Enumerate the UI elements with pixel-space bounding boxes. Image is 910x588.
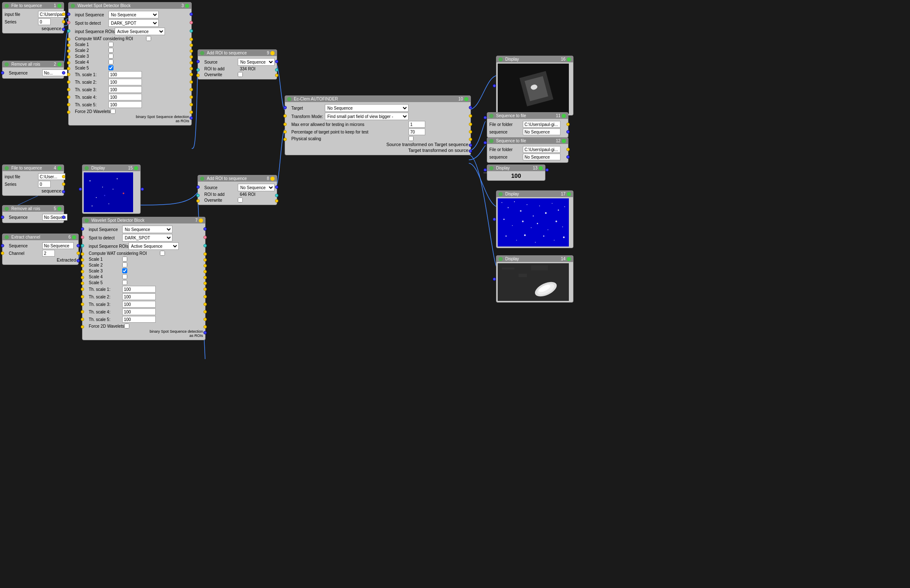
spot-label-3: Spot to detect xyxy=(75,21,108,26)
play-icon-1[interactable] xyxy=(5,4,9,8)
display-17-body xyxy=(496,197,573,248)
source-select-8[interactable]: No Sequence xyxy=(238,184,275,191)
th4-field-3[interactable] xyxy=(108,94,142,100)
seq-to-file-12-body: File or folder sequence xyxy=(487,144,568,162)
transform-row-10: Transform Mode: Find small part field of… xyxy=(287,113,468,120)
play-icon-3[interactable] xyxy=(71,4,75,8)
seq-field-11[interactable] xyxy=(523,128,560,135)
th5-field-7[interactable] xyxy=(122,316,156,323)
th5-field-3[interactable] xyxy=(108,101,142,108)
seq-in-connector-2 xyxy=(1,71,4,74)
seq-field-6[interactable] xyxy=(42,242,74,249)
play-icon-4[interactable] xyxy=(5,166,9,170)
spot-select-7[interactable]: DARK_SPOT xyxy=(122,234,172,241)
scale4-check-3[interactable] xyxy=(108,59,113,64)
scale3-row-3: Scale 3 xyxy=(71,54,189,59)
th4-field-7[interactable] xyxy=(122,308,156,315)
block-num-8: 8 xyxy=(267,176,269,181)
physical-check-10[interactable] xyxy=(409,136,414,141)
force2d-check-7[interactable] xyxy=(124,324,129,329)
file-to-seq-4-title: File to sequence xyxy=(11,166,42,170)
file-folder-field-11[interactable] xyxy=(523,121,560,128)
play-icon-11[interactable] xyxy=(489,114,494,118)
wavelet-7-body: input Sequence No Sequence Spot to detec… xyxy=(82,223,205,340)
th2-field-7[interactable] xyxy=(122,293,156,300)
channel-row-6: Channel xyxy=(5,250,76,257)
overwrite-check-9[interactable] xyxy=(238,72,243,77)
scale5-check-3[interactable] xyxy=(108,65,113,70)
source-select-9[interactable]: No Sequence xyxy=(238,58,275,66)
seq-row-11: sequence xyxy=(489,128,566,135)
scale3-check-3[interactable] xyxy=(108,54,113,59)
play-icon-7[interactable] xyxy=(85,218,89,223)
play-icon-6[interactable] xyxy=(5,235,9,239)
play-icon-2[interactable] xyxy=(5,62,9,67)
th2-row-3: Th. scale 2: xyxy=(71,79,189,85)
file-to-seq-4-body: input file Series sequence xyxy=(3,171,64,195)
play-icon-13[interactable] xyxy=(489,166,494,170)
play-icon-16[interactable] xyxy=(499,57,503,62)
maxerror-field-10[interactable] xyxy=(409,121,425,128)
file-to-seq-4-block: File to sequence 4 input file Series seq… xyxy=(2,164,64,196)
th1-field-3[interactable] xyxy=(108,71,142,78)
play-icon-10[interactable] xyxy=(287,97,291,101)
svg-point-29 xyxy=(531,227,532,228)
file-folder-field-12[interactable] xyxy=(523,146,560,153)
play-icon-9[interactable] xyxy=(200,51,204,55)
th3-field-7[interactable] xyxy=(122,301,156,308)
th3-field-3[interactable] xyxy=(108,86,142,93)
seq-label-11: sequence xyxy=(489,130,523,134)
series-field-4[interactable] xyxy=(38,181,51,187)
scale2-conn-3 xyxy=(67,49,70,53)
status-dot-12 xyxy=(562,139,566,143)
scale4-out-conn-3 xyxy=(190,61,193,64)
input-file-field-4[interactable] xyxy=(38,173,65,180)
binary-spot-row-3: binary Spot Sequence detection as ROIs xyxy=(71,115,189,123)
th2-field-3[interactable] xyxy=(108,79,142,85)
scale5-check-7[interactable] xyxy=(122,280,127,285)
target-select-10[interactable]: No Sequence xyxy=(325,104,409,112)
wavelet-3-header: Wavelet Spot Detector Block 3 xyxy=(69,3,191,9)
input-file-label-4: input file xyxy=(5,175,38,179)
svg-point-21 xyxy=(539,205,540,206)
wat-check-7[interactable] xyxy=(160,251,165,256)
scale2-check-3[interactable] xyxy=(108,48,113,53)
play-icon-14[interactable] xyxy=(499,257,503,261)
input-file-field[interactable] xyxy=(38,11,65,18)
input-seq-select-7[interactable]: No Sequence xyxy=(122,226,172,233)
svg-point-15 xyxy=(501,202,502,203)
spot-select-3[interactable]: DARK_SPOT xyxy=(108,19,159,27)
roi-add-conn-9 xyxy=(196,68,200,72)
pct-field-10[interactable] xyxy=(409,128,425,135)
series-field[interactable] xyxy=(38,18,51,25)
scale4-check-7[interactable] xyxy=(122,274,127,279)
scale1-check-3[interactable] xyxy=(108,42,113,47)
play-icon-15[interactable] xyxy=(85,166,89,170)
source-out-conn-9 xyxy=(275,60,278,63)
svg-point-23 xyxy=(552,203,553,204)
wat-check-3[interactable] xyxy=(146,36,151,41)
scale2-check-7[interactable] xyxy=(122,262,127,267)
transform-select-10[interactable]: Find small part field of view bigger - xyxy=(325,113,409,120)
maxerror-row-10: Max error allowed for testing in microns xyxy=(287,121,468,128)
input-seq-select-3[interactable]: No Sequence xyxy=(108,11,159,18)
roi-select-7[interactable]: Active Sequence xyxy=(129,242,179,250)
input-seq-out-conn-7 xyxy=(203,227,207,231)
play-icon-8[interactable] xyxy=(200,177,204,181)
overwrite-check-8[interactable] xyxy=(238,198,243,203)
force2d-check-3[interactable] xyxy=(111,109,116,114)
play-icon-5[interactable] xyxy=(5,207,9,211)
channel-field-6[interactable] xyxy=(42,250,55,257)
th1-field-7[interactable] xyxy=(122,286,156,293)
roi-select-3[interactable]: Active Sequence xyxy=(115,28,165,35)
scale3-check-7[interactable] xyxy=(122,268,127,273)
display-17-header: Display 17 xyxy=(496,191,573,197)
seq-field-12[interactable] xyxy=(523,154,560,160)
play-icon-12[interactable] xyxy=(489,139,494,143)
seq-label-5: Sequence xyxy=(9,215,42,220)
play-icon-17[interactable] xyxy=(499,192,503,196)
sequence-output-row: sequence xyxy=(5,26,62,31)
scale1-check-7[interactable] xyxy=(122,257,127,262)
display-17-in-conn xyxy=(493,218,496,221)
physical-row-10: Physical scaling xyxy=(287,136,468,141)
